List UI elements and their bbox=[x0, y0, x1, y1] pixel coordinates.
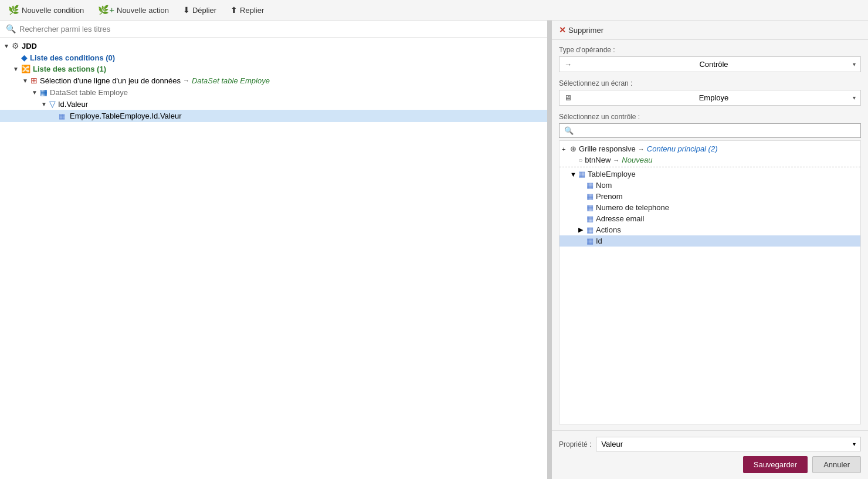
employe-val-label: Employe.TableEmploye.Id.Valeur bbox=[67, 111, 184, 121]
new-action-label: Nouvelle action bbox=[117, 6, 169, 15]
ctrl-icon-numtel: ▦ bbox=[586, 203, 594, 212]
tree-node-conditions[interactable]: ◆ Liste des conditions (0) bbox=[0, 52, 547, 63]
filter-icon: ▽ bbox=[49, 99, 56, 109]
ctrl-node-grille[interactable]: + ⊕ Grille responsive → Contenu principa… bbox=[560, 143, 860, 154]
property-label: Propriété : bbox=[559, 440, 591, 448]
toggle-actions: ▼ bbox=[13, 66, 21, 72]
actions-label: Liste des actions (1) bbox=[33, 65, 106, 73]
toggle-selection: ▼ bbox=[22, 77, 30, 84]
selection-label: Sélection d'une ligne d'un jeu de donnée… bbox=[40, 76, 181, 85]
property-dropdown-icon: ▾ bbox=[853, 441, 856, 447]
select-ecran-label: Sélectionnez un écran : bbox=[559, 79, 861, 87]
ctrl-label-id: Id bbox=[596, 237, 602, 245]
tree-node-actions[interactable]: ▼ 🔀 Liste des actions (1) bbox=[0, 63, 547, 75]
ctrl-toggle-actions: ▶ bbox=[578, 226, 586, 234]
ctrl-label-prenom: Prenom bbox=[596, 192, 623, 201]
ctrl-label-actions: Actions bbox=[596, 225, 621, 234]
property-select[interactable]: Valeur ▾ bbox=[596, 437, 861, 451]
main-area: 🔍 ▼ ⚙ JDD ◆ Liste des conditions (0) ▼ 🔀… bbox=[0, 21, 868, 479]
select-ecran-select[interactable]: 🖥 Employe ▾ bbox=[559, 90, 861, 106]
ctrl-node-id[interactable]: ▦ Id bbox=[560, 235, 860, 247]
conditions-label: Liste des conditions (0) bbox=[30, 53, 115, 62]
ctrl-icon-id: ▦ bbox=[586, 237, 594, 245]
cell-icon: ▦ bbox=[59, 112, 65, 120]
ctrl-arrow-btnnew: → bbox=[613, 157, 619, 164]
ctrl-node-numtel[interactable]: ▦ Numero de telephone bbox=[560, 202, 860, 213]
tree-node-dataset[interactable]: ▼ ▦ DataSet table Employe bbox=[0, 86, 547, 98]
search-input[interactable] bbox=[19, 25, 541, 33]
ctrl-icon-nom: ▦ bbox=[586, 181, 594, 190]
type-operande-dropdown-icon: ▾ bbox=[853, 61, 856, 68]
ctrl-link-grille: Contenu principal (2) bbox=[647, 144, 718, 153]
property-value: Valeur bbox=[601, 440, 623, 448]
type-operande-group: Type d'opérande : → Contrôle ▾ bbox=[559, 46, 861, 72]
fold-button[interactable]: ⬆ Replier bbox=[228, 4, 266, 16]
unfold-button[interactable]: ⬇ Déplier bbox=[181, 4, 219, 16]
control-search-input[interactable] bbox=[576, 126, 856, 135]
ecran-icon: 🖥 bbox=[564, 93, 572, 102]
ctrl-label-grille: Grille responsive bbox=[579, 144, 636, 153]
fold-icon: ⬆ bbox=[230, 5, 238, 15]
left-panel: 🔍 ▼ ⚙ JDD ◆ Liste des conditions (0) ▼ 🔀… bbox=[0, 21, 548, 479]
separator bbox=[560, 167, 860, 167]
ctrl-label-nom: Nom bbox=[596, 181, 612, 190]
unfold-label: Déplier bbox=[192, 6, 216, 15]
ctrl-toggle-grille: + bbox=[562, 146, 570, 153]
new-condition-button[interactable]: 🌿 Nouvelle condition bbox=[6, 4, 86, 16]
tree-node-selection[interactable]: ▼ ⊞ Sélection d'une ligne d'un jeu de do… bbox=[0, 75, 547, 86]
dataset-icon: ⊞ bbox=[30, 76, 38, 85]
ctrl-node-actions[interactable]: ▶ ▦ Actions bbox=[560, 224, 860, 235]
ctrl-arrow-grille: → bbox=[638, 146, 645, 153]
ctrl-label-btnnew: btnNew bbox=[585, 156, 611, 164]
right-footer: Propriété : Valeur ▾ Sauvegarder Annuler bbox=[552, 430, 868, 479]
ctrl-node-tableemploye[interactable]: ▼ ▦ TableEmploye bbox=[560, 168, 860, 180]
actions-icon: 🔀 bbox=[21, 65, 30, 73]
idvaleur-label: Id.Valeur bbox=[58, 100, 88, 109]
new-condition-icon: 🌿 bbox=[8, 5, 19, 15]
ctrl-node-nom[interactable]: ▦ Nom bbox=[560, 180, 860, 191]
tree-node-idvaleur[interactable]: ▼ ▽ Id.Valeur bbox=[0, 98, 547, 110]
delete-icon: ✕ bbox=[559, 25, 566, 35]
ctrl-label-tableemploye: TableEmploye bbox=[588, 170, 636, 178]
right-panel: ✕ Supprimer Type d'opérande : → Contrôle… bbox=[551, 21, 868, 479]
ctrl-icon-tableemploye: ▦ bbox=[578, 170, 585, 178]
control-search-box: 🔍 bbox=[559, 123, 861, 138]
type-operande-select[interactable]: → Contrôle ▾ bbox=[559, 56, 861, 72]
ctrl-node-email[interactable]: ▦ Adresse email bbox=[560, 213, 860, 224]
ctrl-icon-btnnew: ○ bbox=[578, 156, 582, 164]
tree-node-employe-val[interactable]: ▦ Employe.TableEmploye.Id.Valeur bbox=[0, 110, 547, 122]
ctrl-node-prenom[interactable]: ▦ Prenom bbox=[560, 191, 860, 202]
cancel-button[interactable]: Annuler bbox=[812, 456, 861, 473]
selection-link: DataSet table Employe bbox=[192, 76, 270, 85]
type-operande-label: Type d'opérande : bbox=[559, 46, 861, 54]
ctrl-icon-prenom: ▦ bbox=[586, 192, 594, 201]
new-action-button[interactable]: 🌿+ Nouvelle action bbox=[96, 4, 171, 16]
ctrl-icon-grille: ⊕ bbox=[570, 144, 577, 153]
control-search-icon: 🔍 bbox=[564, 126, 574, 135]
btn-row: Sauvegarder Annuler bbox=[559, 456, 861, 473]
search-bar: 🔍 bbox=[0, 21, 547, 38]
type-operande-icon: → bbox=[564, 60, 572, 69]
conditions-icon: ◆ bbox=[21, 53, 28, 62]
ctrl-node-btnnew[interactable]: ○ btnNew → Nouveau bbox=[560, 154, 860, 166]
ctrl-icon-actions: ▦ bbox=[586, 225, 594, 234]
ctrl-icon-email: ▦ bbox=[586, 214, 594, 223]
table-icon: ▦ bbox=[40, 87, 48, 97]
jdd-label: JDD bbox=[22, 42, 37, 50]
right-content: Type d'opérande : → Contrôle ▾ Sélection… bbox=[552, 40, 868, 430]
select-ecran-group: Sélectionnez un écran : 🖥 Employe ▾ bbox=[559, 79, 861, 106]
arrow-selection: → bbox=[183, 77, 189, 84]
delete-button[interactable]: ✕ Supprimer bbox=[559, 25, 603, 35]
delete-label: Supprimer bbox=[568, 26, 603, 35]
fold-label: Replier bbox=[240, 6, 264, 15]
property-row: Propriété : Valeur ▾ bbox=[559, 437, 861, 451]
new-action-icon: 🌿+ bbox=[98, 5, 114, 15]
type-operande-value: Contrôle bbox=[699, 60, 728, 69]
select-controle-group: Sélectionnez un contrôle : 🔍 + ⊕ Grille … bbox=[559, 113, 861, 424]
tree-node-jdd[interactable]: ▼ ⚙ JDD bbox=[0, 40, 547, 52]
save-button[interactable]: Sauvegarder bbox=[743, 456, 808, 473]
ctrl-label-email: Adresse email bbox=[596, 214, 644, 223]
ctrl-label-numtel: Numero de telephone bbox=[596, 203, 669, 212]
toggle-jdd: ▼ bbox=[4, 43, 12, 49]
select-controle-label: Sélectionnez un contrôle : bbox=[559, 113, 861, 121]
